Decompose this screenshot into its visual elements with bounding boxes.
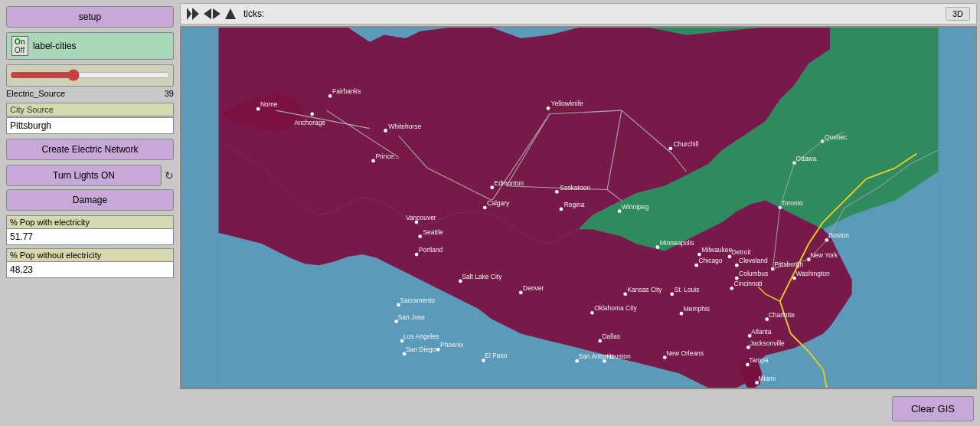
svg-point-103 [603,359,606,363]
bottom-row: Clear GIS [180,389,977,423]
svg-point-63 [697,253,701,257]
svg-text:Houston: Houston [606,352,631,360]
svg-text:Anchorage: Anchorage [294,119,325,126]
svg-text:Minneapolis: Minneapolis [660,239,694,247]
svg-point-95 [680,312,684,316]
svg-text:Regina: Regina [564,201,585,208]
svg-text:Seattle: Seattle [423,228,443,236]
svg-point-67 [694,264,698,267]
slider-name: Electric_Source [6,89,65,98]
svg-text:Cincinnati: Cincinnati [734,280,763,287]
svg-text:El Paso: El Paso [485,352,507,359]
pop-without-elec-label: % Pop without electricity [7,249,173,262]
svg-text:Winnipeg: Winnipeg [622,203,649,211]
city-source-label: City Source [6,103,174,116]
left-panel: setup On Off label-cities Electric_Sourc… [0,0,180,426]
fast-backward-icon[interactable] [187,8,199,20]
damage-button[interactable]: Damage [6,189,174,211]
ticks-label: ticks: [243,8,264,19]
svg-marker-1 [192,8,199,20]
pop-with-elec-label: % Pop with electricity [7,216,173,229]
toolbar-icons [187,8,236,20]
prev-icon[interactable] [201,8,211,19]
svg-text:Washington: Washington [795,270,830,277]
svg-text:Portland: Portland [419,246,443,254]
city-source-section: City Source Pittsburgh [6,103,174,134]
slider-track [6,64,174,87]
svg-point-51 [560,208,564,211]
svg-point-39 [371,159,375,163]
svg-point-37 [384,129,387,133]
svg-text:Tampa: Tampa [749,356,769,364]
svg-text:Boston: Boston [829,231,850,239]
svg-text:Quebec: Quebec [825,133,848,141]
svg-marker-2 [204,8,211,19]
svg-point-59 [415,253,419,257]
svg-point-33 [328,94,332,98]
create-network-button[interactable]: Create Electric Network [6,139,174,160]
svg-text:Columbus: Columbus [739,270,768,277]
svg-text:New Orleans: New Orleans [666,349,704,357]
city-source-value: Pittsburgh [6,117,174,134]
up-icon[interactable] [225,8,236,19]
slider-label-row: Electric_Source 39 [6,89,174,98]
map-toolbar: ticks: 3D [180,3,977,25]
svg-text:Calgary: Calgary [487,199,510,207]
refresh-icon[interactable]: ↻ [165,169,174,182]
pop-without-elec-value: 48.23 [7,262,173,277]
svg-point-31 [256,107,260,111]
svg-text:Yellowknife: Yellowknife [551,100,583,107]
action-buttons: Turn Lights ON ↻ Damage [6,165,174,211]
svg-text:Jacksonville: Jacksonville [750,339,785,347]
svg-point-93 [590,311,594,315]
svg-text:Charlotte: Charlotte [769,311,795,319]
svg-point-81 [670,292,674,296]
lights-row: Turn Lights ON ↻ [6,165,174,186]
toggle-on-label: On [15,38,25,46]
toggle-row: On Off label-cities [6,32,174,60]
svg-text:Fairbanks: Fairbanks [332,87,361,95]
svg-text:New York: New York [810,251,838,259]
svg-point-41 [547,106,550,110]
svg-point-43 [668,147,672,151]
svg-text:Sacramento: Sacramento [400,297,435,304]
setup-button[interactable]: setup [6,6,174,28]
svg-text:Oklahoma City: Oklahoma City [594,304,637,312]
svg-text:Saskatoon: Saskatoon [560,184,590,192]
svg-text:Atlanta: Atlanta [751,328,772,336]
svg-marker-3 [213,8,220,19]
toggle-off-label: Off [15,46,25,54]
svg-text:Salt Lake City: Salt Lake City [462,273,502,280]
svg-point-65 [728,255,732,259]
stat-section: % Pop with electricity 51.77 % Pop witho… [6,215,174,278]
label-cities-toggle[interactable]: On Off [11,36,28,56]
svg-text:San Jose: San Jose [398,313,426,321]
turn-lights-button[interactable]: Turn Lights ON [6,165,162,186]
svg-text:Whitehorse: Whitehorse [388,123,421,130]
3d-button[interactable]: 3D [946,7,970,21]
slider-section: Electric_Source 39 [6,64,174,98]
svg-text:Churchill: Churchill [674,140,699,148]
svg-text:Dallas: Dallas [603,333,621,340]
pop-without-electricity-box: % Pop without electricity 48.23 [6,248,174,278]
clear-gis-button[interactable]: Clear GIS [892,396,974,421]
svg-point-69 [735,264,739,267]
slider-value: 39 [165,89,174,98]
svg-text:Memphis: Memphis [684,305,710,313]
svg-point-79 [623,292,627,296]
svg-point-73 [730,287,733,290]
svg-point-99 [598,339,602,343]
next-icon[interactable] [213,8,224,19]
map-area: ticks: 3D [180,0,980,426]
svg-text:Cleveland: Cleveland [739,257,768,264]
svg-point-45 [490,185,494,189]
svg-text:Detroit: Detroit [732,248,752,256]
svg-point-91 [436,348,440,352]
svg-text:Kansas City: Kansas City [627,286,662,293]
svg-marker-0 [187,8,191,20]
electric-source-slider[interactable] [10,70,170,80]
svg-marker-4 [225,8,236,19]
svg-text:Phoenix: Phoenix [440,341,464,349]
pop-with-elec-value: 51.77 [7,229,173,244]
svg-point-77 [519,291,523,295]
